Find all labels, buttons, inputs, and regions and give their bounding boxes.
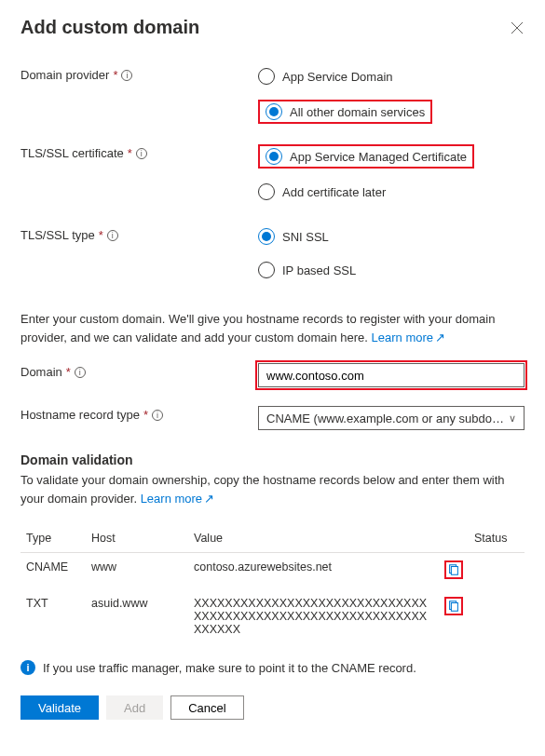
col-type: Type [20,524,86,553]
copy-icon[interactable] [444,560,463,579]
svg-rect-3 [451,603,457,612]
required-asterisk: * [66,365,71,379]
radio-add-cert-later[interactable]: Add certificate later [258,182,525,202]
table-row: CNAME www contoso.azurewebsites.net [20,553,525,590]
select-value: CNAME (www.example.com or any subdo… [266,412,504,425]
required-asterisk: * [128,146,132,160]
learn-more-link[interactable]: Learn more↗ [141,492,214,506]
col-value: Value [188,524,439,553]
domain-input[interactable] [258,363,525,387]
required-asterisk: * [99,228,103,242]
info-icon[interactable]: i [121,70,132,81]
col-status: Status [469,524,525,553]
validation-title: Domain validation [20,452,525,467]
radio-label: Add certificate later [282,185,386,199]
record-type-select[interactable]: CNAME (www.example.com or any subdo… ∨ [258,406,525,430]
radio-label: App Service Managed Certificate [290,150,467,164]
radio-all-other[interactable]: All other domain services [258,100,432,124]
domain-field-label: Domain [20,365,62,379]
radio-sni-ssl[interactable]: SNI SSL [258,226,525,247]
radio-label: All other domain services [290,105,425,119]
radio-label: IP based SSL [282,263,356,277]
chevron-down-icon: ∨ [509,412,516,425]
domain-provider-label: Domain provider [20,68,109,82]
external-link-icon: ↗ [204,490,214,508]
cancel-button[interactable]: Cancel [170,695,243,720]
radio-managed-cert[interactable]: App Service Managed Certificate [258,144,474,169]
close-icon[interactable] [510,20,525,35]
validation-desc: To validate your domain ownership, copy … [20,471,525,507]
tls-type-label: TLS/SSL type [20,228,95,242]
domain-description: Enter your custom domain. We'll give you… [20,310,525,346]
col-host: Host [86,524,188,553]
required-asterisk: * [143,408,148,422]
info-icon[interactable]: i [136,148,147,159]
external-link-icon: ↗ [435,329,445,347]
info-icon: i [20,660,35,675]
required-asterisk: * [113,68,117,82]
record-type-label: Hostname record type [20,408,140,422]
info-message: If you use traffic manager, make sure to… [43,661,416,675]
tls-cert-label: TLS/SSL certificate [20,146,124,160]
info-icon[interactable]: i [75,367,86,378]
info-icon[interactable]: i [107,230,118,241]
validation-table: Type Host Value Status CNAME www contoso… [20,524,525,643]
radio-label: SNI SSL [282,230,329,244]
table-row: TXT asuid.www XXXXXXXXXXXXXXXXXXXXXXXXXX… [20,589,525,643]
copy-icon[interactable] [444,597,463,615]
info-icon[interactable]: i [152,410,163,421]
validate-button[interactable]: Validate [20,695,99,720]
radio-app-service-domain[interactable]: App Service Domain [258,66,525,87]
radio-ip-ssl[interactable]: IP based SSL [258,260,525,280]
add-button: Add [106,695,163,720]
radio-label: App Service Domain [282,70,393,84]
svg-rect-1 [451,567,457,575]
page-title: Add custom domain [20,17,199,38]
learn-more-link[interactable]: Learn more↗ [372,331,445,344]
